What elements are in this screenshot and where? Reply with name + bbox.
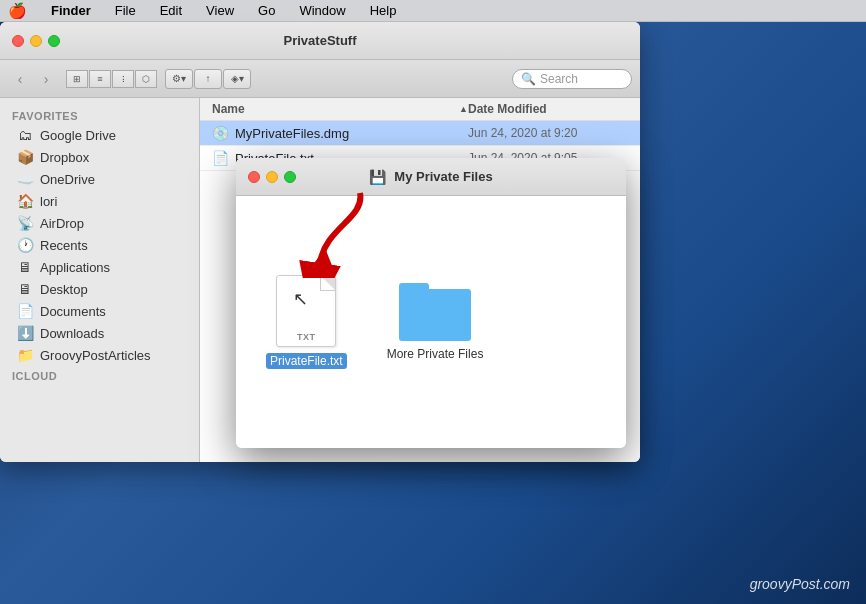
sidebar-label-groovypost: GroovyPostArticles xyxy=(40,348,151,363)
sidebar-item-google-drive[interactable]: 🗂 Google Drive xyxy=(4,124,195,146)
dropbox-button[interactable]: ◈▾ xyxy=(223,69,251,89)
sort-arrow: ▲ xyxy=(459,104,468,114)
sidebar-item-onedrive[interactable]: ☁️ OneDrive xyxy=(4,168,195,190)
sidebar: Favorites 🗂 Google Drive 📦 Dropbox ☁️ On… xyxy=(0,98,200,462)
groovypost-icon: 📁 xyxy=(16,347,34,363)
home-icon: 🏠 xyxy=(16,193,34,209)
file-row-dmg[interactable]: 💿 MyPrivateFiles.dmg Jun 24, 2020 at 9:2… xyxy=(200,121,640,146)
cursor-icon: ↖ xyxy=(293,288,308,310)
recents-icon: 🕐 xyxy=(16,237,34,253)
menu-view[interactable]: View xyxy=(202,3,238,18)
sidebar-item-desktop[interactable]: 🖥 Desktop xyxy=(4,278,195,300)
inner-traffic-lights xyxy=(248,171,296,183)
inner-window: 💾 My Private Files ↖ TXT PrivateFile.txt… xyxy=(236,158,626,448)
sidebar-label-airdrop: AirDrop xyxy=(40,216,84,231)
desktop-icon: 🖥 xyxy=(16,281,34,297)
sidebar-item-downloads[interactable]: ⬇️ Downloads xyxy=(4,322,195,344)
favorites-section: Favorites xyxy=(0,106,199,124)
dmg-icon: 💿 xyxy=(212,125,229,141)
folder-icon-large xyxy=(399,283,471,341)
toolbar: ‹ › ⊞ ≡ ⫶ ⬡ ⚙▾ ↑ ◈▾ 🔍 Search xyxy=(0,60,640,98)
sidebar-label-documents: Documents xyxy=(40,304,106,319)
minimize-button[interactable] xyxy=(30,35,42,47)
sidebar-item-lori[interactable]: 🏠 lori xyxy=(4,190,195,212)
sidebar-label-downloads: Downloads xyxy=(40,326,104,341)
airdrop-icon: 📡 xyxy=(16,215,34,231)
maximize-button[interactable] xyxy=(48,35,60,47)
menubar: 🍎 Finder File Edit View Go Window Help xyxy=(0,0,866,22)
file-name-dmg: MyPrivateFiles.dmg xyxy=(235,126,468,141)
menu-window[interactable]: Window xyxy=(295,3,349,18)
sidebar-item-dropbox[interactable]: 📦 Dropbox xyxy=(4,146,195,168)
sidebar-label-desktop: Desktop xyxy=(40,282,88,297)
view-buttons: ⊞ ≡ ⫶ ⬡ xyxy=(66,70,157,88)
documents-icon: 📄 xyxy=(16,303,34,319)
desktop: 🍎 Finder File Edit View Go Window Help P… xyxy=(0,0,866,604)
inner-maximize-button[interactable] xyxy=(284,171,296,183)
back-button[interactable]: ‹ xyxy=(8,69,32,89)
sidebar-label-lori: lori xyxy=(40,194,57,209)
search-icon: 🔍 xyxy=(521,72,536,86)
title-bar: PrivateStuff xyxy=(0,22,640,60)
menu-help[interactable]: Help xyxy=(366,3,401,18)
sidebar-label-applications: Applications xyxy=(40,260,110,275)
menu-file[interactable]: File xyxy=(111,3,140,18)
file-list-header: Name ▲ Date Modified xyxy=(200,98,640,121)
search-placeholder: Search xyxy=(540,72,578,86)
arrange-buttons: ⚙▾ ↑ ◈▾ xyxy=(165,69,251,89)
sidebar-item-documents[interactable]: 📄 Documents xyxy=(4,300,195,322)
applications-icon: 🖥 xyxy=(16,259,34,275)
file-item-privatefile[interactable]: ↖ TXT PrivateFile.txt xyxy=(266,275,347,369)
txt-file-icon: 📄 xyxy=(212,150,229,166)
folder-body xyxy=(399,289,471,341)
icloud-section: iCloud xyxy=(0,366,199,384)
column-view-button[interactable]: ⫶ xyxy=(112,70,134,88)
txt-file-icon-large: ↖ TXT xyxy=(276,275,336,347)
col-date-header: Date Modified xyxy=(468,102,628,116)
menu-go[interactable]: Go xyxy=(254,3,279,18)
google-drive-icon: 🗂 xyxy=(16,127,34,143)
inner-content: ↖ TXT PrivateFile.txt More Private Files xyxy=(236,196,626,448)
close-button[interactable] xyxy=(12,35,24,47)
sidebar-item-airdrop[interactable]: 📡 AirDrop xyxy=(4,212,195,234)
sidebar-label-google-drive: Google Drive xyxy=(40,128,116,143)
inner-minimize-button[interactable] xyxy=(266,171,278,183)
disk-icon: 💾 xyxy=(369,169,386,185)
menu-edit[interactable]: Edit xyxy=(156,3,186,18)
downloads-icon: ⬇️ xyxy=(16,325,34,341)
inner-title-bar: 💾 My Private Files xyxy=(236,158,626,196)
cover-view-button[interactable]: ⬡ xyxy=(135,70,157,88)
sidebar-item-recents[interactable]: 🕐 Recents xyxy=(4,234,195,256)
dropbox-icon: 📦 xyxy=(16,149,34,165)
apple-menu[interactable]: 🍎 xyxy=(8,2,27,20)
inner-title-text: My Private Files xyxy=(394,169,492,184)
moreprivate-label: More Private Files xyxy=(387,347,484,361)
sidebar-label-recents: Recents xyxy=(40,238,88,253)
forward-button[interactable]: › xyxy=(34,69,58,89)
menu-finder[interactable]: Finder xyxy=(47,3,95,18)
file-item-moreprivate[interactable]: More Private Files xyxy=(387,283,484,361)
window-title: PrivateStuff xyxy=(284,33,357,48)
sidebar-item-groovypost[interactable]: 📁 GroovyPostArticles xyxy=(4,344,195,366)
sidebar-label-dropbox: Dropbox xyxy=(40,150,89,165)
watermark: groovyPost.com xyxy=(750,576,850,592)
col-name-header: Name xyxy=(212,102,455,116)
list-view-button[interactable]: ≡ xyxy=(89,70,111,88)
inner-window-title: 💾 My Private Files xyxy=(369,169,492,185)
sidebar-item-applications[interactable]: 🖥 Applications xyxy=(4,256,195,278)
traffic-lights xyxy=(12,35,60,47)
txt-type-label: TXT xyxy=(297,332,316,342)
file-date-dmg: Jun 24, 2020 at 9:20 xyxy=(468,126,628,140)
arrange-button[interactable]: ⚙▾ xyxy=(165,69,193,89)
privatefile-label: PrivateFile.txt xyxy=(266,353,347,369)
sidebar-label-onedrive: OneDrive xyxy=(40,172,95,187)
nav-buttons: ‹ › xyxy=(8,69,58,89)
inner-close-button[interactable] xyxy=(248,171,260,183)
onedrive-icon: ☁️ xyxy=(16,171,34,187)
action-button[interactable]: ↑ xyxy=(194,69,222,89)
search-bar[interactable]: 🔍 Search xyxy=(512,69,632,89)
icon-view-button[interactable]: ⊞ xyxy=(66,70,88,88)
